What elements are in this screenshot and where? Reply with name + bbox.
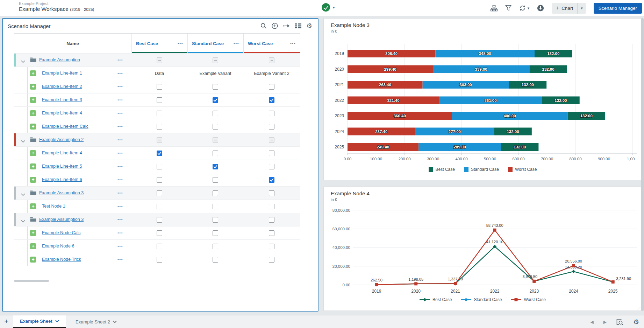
column-menu-button[interactable]: ••• <box>234 41 239 46</box>
filter-icon[interactable] <box>505 5 511 11</box>
add-chart-button[interactable]: + Chart ▾ <box>552 3 586 14</box>
scenario-checkbox-mixed[interactable] <box>213 137 218 143</box>
scenario-checkbox-off[interactable] <box>157 84 162 90</box>
row-menu-button[interactable]: ••• <box>117 98 123 102</box>
list-icon[interactable] <box>295 23 301 29</box>
row-link[interactable]: Example Line-Item 2 <box>42 84 82 89</box>
scenario-checkbox-off[interactable] <box>213 244 218 249</box>
scenario-checkbox-mixed[interactable] <box>213 57 218 63</box>
scenario-checkbox-off[interactable] <box>213 177 218 183</box>
row-menu-button[interactable]: ••• <box>117 257 123 261</box>
panel-resize-handle[interactable]: ⋰ <box>314 307 317 310</box>
scenario-checkbox-mixed[interactable] <box>269 137 274 143</box>
row-link[interactable]: Example Assumption <box>39 57 80 62</box>
scenario-checkbox-off[interactable] <box>157 97 162 103</box>
scenario-checkbox-off[interactable] <box>269 164 274 169</box>
scenario-checkbox-off[interactable] <box>269 244 274 249</box>
row-link[interactable]: Example Line-Item 4 <box>42 151 82 155</box>
scenario-checkbox-off[interactable] <box>157 257 162 263</box>
add-circle-icon[interactable] <box>272 23 278 29</box>
row-link[interactable]: Example Assumption 3 <box>39 217 84 222</box>
row-link[interactable]: Example Line-Item 1 <box>42 71 82 76</box>
scenario-checkbox-off[interactable] <box>157 244 162 249</box>
scenario-checkbox-off[interactable] <box>157 177 162 183</box>
scenario-manager-button[interactable]: Scenario Manager <box>594 3 642 14</box>
prev-icon[interactable]: ◀ <box>590 320 593 324</box>
scenario-checkbox-off[interactable] <box>269 84 274 90</box>
gear-icon[interactable]: ⚙ <box>306 23 312 29</box>
scenario-checkbox-off[interactable] <box>213 124 218 130</box>
check-circle-icon[interactable] <box>322 3 330 12</box>
gear-icon[interactable]: ⚙ <box>633 319 639 325</box>
scenario-checkbox-off[interactable] <box>157 204 162 209</box>
row-link[interactable]: Example Node Calc <box>42 230 80 235</box>
scenario-checkbox-off[interactable] <box>157 111 162 116</box>
scenario-checkbox-mixed[interactable] <box>269 57 274 63</box>
scenario-link[interactable]: Worst Case <box>248 41 273 46</box>
scenario-checkbox-off[interactable] <box>213 217 218 223</box>
scenario-link[interactable]: Best Case <box>136 41 158 46</box>
tab-example-sheet-2[interactable]: Example Sheet 2 <box>69 315 124 328</box>
scenario-checkbox-off[interactable] <box>269 111 274 116</box>
row-link[interactable]: Example Line-Item 6 <box>42 177 82 182</box>
row-menu-button[interactable]: ••• <box>117 191 123 195</box>
row-link[interactable]: Example Line-Item 4 <box>42 111 82 116</box>
scenario-checkbox-off[interactable] <box>269 257 274 263</box>
row-menu-button[interactable]: ••• <box>117 84 123 89</box>
sitemap-icon[interactable] <box>491 5 498 12</box>
scenario-checkbox-off[interactable] <box>269 217 274 223</box>
scenario-checkbox-off[interactable] <box>269 230 274 236</box>
row-link[interactable]: Test Node 1 <box>42 204 65 209</box>
scenario-checkbox-off[interactable] <box>269 124 274 130</box>
panel-resize-handle[interactable]: ⋰ <box>637 176 641 180</box>
row-expand-chevron[interactable] <box>21 191 25 197</box>
row-menu-button[interactable]: ••• <box>117 124 123 128</box>
scenario-checkbox-off[interactable] <box>269 190 274 196</box>
tab-example-sheet[interactable]: Example Sheet <box>13 315 66 328</box>
add-sheet-button[interactable]: + <box>4 317 8 326</box>
row-menu-button[interactable]: ••• <box>117 71 123 75</box>
scenario-checkbox-off[interactable] <box>157 190 162 196</box>
row-link[interactable]: Example Line-Item Calc <box>42 124 88 129</box>
status-dropdown[interactable]: ▾ <box>322 3 335 12</box>
row-link[interactable]: Example Assumption 3 <box>39 190 84 195</box>
row-expand-chevron[interactable] <box>21 218 25 224</box>
search-icon[interactable] <box>260 23 267 29</box>
download-icon[interactable] <box>537 5 544 12</box>
row-link[interactable]: Example Assumption 2 <box>39 137 84 142</box>
row-expand-chevron[interactable] <box>21 58 25 64</box>
column-menu-button[interactable]: ••• <box>178 41 183 46</box>
scenario-checkbox-off[interactable] <box>157 230 162 236</box>
scenario-checkbox-off[interactable] <box>157 164 162 169</box>
row-menu-button[interactable]: ••• <box>117 217 123 222</box>
refresh-dropdown[interactable]: ▾ <box>519 5 530 11</box>
scenario-checkbox-on[interactable] <box>213 164 218 169</box>
panel-resize-handle[interactable]: ⋰ <box>637 307 641 310</box>
scenario-checkbox-on[interactable] <box>269 97 274 103</box>
row-menu-button[interactable]: ••• <box>117 138 123 142</box>
scenario-checkbox-off[interactable] <box>269 151 274 156</box>
scenario-checkbox-off[interactable] <box>269 204 274 209</box>
scenario-checkbox-off[interactable] <box>157 217 162 223</box>
row-menu-button[interactable]: ••• <box>117 58 123 62</box>
row-link[interactable]: Example Node Trick <box>42 257 81 262</box>
column-menu-button[interactable]: ••• <box>290 41 296 46</box>
row-link[interactable]: Example Line-Item 3 <box>42 97 82 102</box>
scenario-checkbox-on[interactable] <box>157 151 162 156</box>
scenario-checkbox-off[interactable] <box>213 151 218 156</box>
scenario-checkbox-mixed[interactable] <box>157 137 162 143</box>
add-chart-caret[interactable]: ▾ <box>577 3 586 14</box>
row-menu-button[interactable]: ••• <box>117 164 123 168</box>
scenario-checkbox-off[interactable] <box>213 190 218 196</box>
scenario-checkbox-off[interactable] <box>213 204 218 209</box>
preview-search-icon[interactable] <box>616 319 623 326</box>
row-menu-button[interactable]: ••• <box>117 244 123 248</box>
scenario-checkbox-off[interactable] <box>213 84 218 90</box>
vertical-scrollbar[interactable] <box>641 18 644 311</box>
scenario-checkbox-mixed[interactable] <box>157 57 162 63</box>
row-menu-button[interactable]: ••• <box>117 151 123 155</box>
row-expand-chevron[interactable] <box>21 138 25 144</box>
scenario-checkbox-off[interactable] <box>157 124 162 130</box>
scenario-checkbox-on[interactable] <box>213 97 218 103</box>
row-link[interactable]: Example Node 6 <box>42 244 74 249</box>
